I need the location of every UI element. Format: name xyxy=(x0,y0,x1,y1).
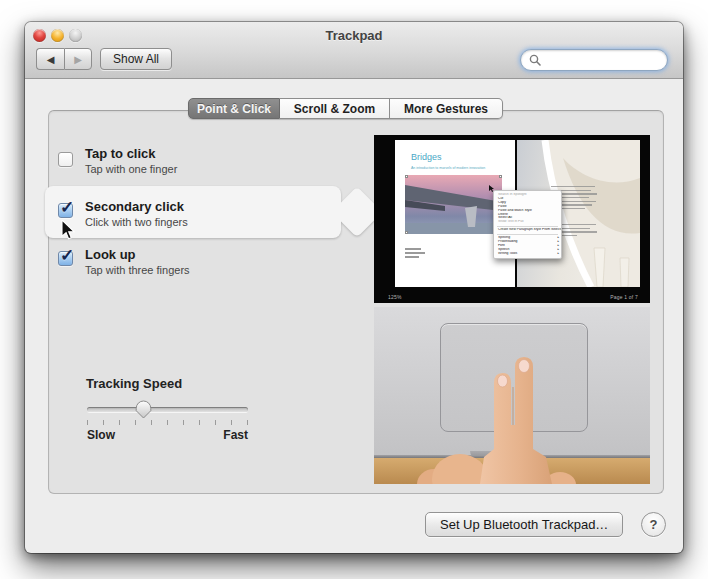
history-nav: ◀ ▶ xyxy=(36,48,92,70)
context-menu-item: Create New Paragraph Style From Selectio… xyxy=(494,228,561,232)
checkbox-tap-to-click[interactable]: ✓ xyxy=(58,152,73,167)
mouse-cursor-icon xyxy=(61,220,76,241)
fast-label: Fast xyxy=(223,428,248,442)
checkmark-icon: ✓ xyxy=(60,245,74,266)
context-menu-item: Writing Tools▸ xyxy=(494,252,561,256)
demo-page-indicator: Page 1 of 7 xyxy=(610,294,638,300)
desc-look-up: Tap with three fingers xyxy=(85,264,190,276)
gesture-demo-video-trackpad xyxy=(374,307,650,484)
tab-bar: Point & Click Scroll & Zoom More Gesture… xyxy=(188,98,503,119)
label-tap-to-click: Tap to click xyxy=(85,146,156,161)
search-field[interactable] xyxy=(520,49,668,71)
desc-tap-to-click: Tap with one finger xyxy=(85,163,177,175)
demo-zoom-level: 125% xyxy=(388,294,402,300)
demo-context-menu: Search in SpotlightCutCopyPastePaste and… xyxy=(493,190,562,259)
tracking-speed-minmax: Slow Fast xyxy=(87,428,248,442)
screen: Trackpad ◀ ▶ Show All Point & Click Scro… xyxy=(0,0,708,579)
checkbox-look-up[interactable]: ✓ xyxy=(58,251,73,266)
two-finger-hand xyxy=(374,307,650,484)
checkbox-secondary-click[interactable]: ✓ xyxy=(58,203,73,218)
gesture-demo-video-screen: Bridges An introduction to marvels of mo… xyxy=(374,135,650,303)
demo-cursor-icon xyxy=(489,185,494,192)
submenu-arrow-icon: ▸ xyxy=(557,252,559,256)
slow-label: Slow xyxy=(87,428,115,442)
tab-more-gestures[interactable]: More Gestures xyxy=(390,98,503,119)
bridge-photo xyxy=(405,175,502,234)
help-button[interactable]: ? xyxy=(641,512,666,537)
context-menu-separator xyxy=(497,234,558,235)
desc-secondary-click: Click with two fingers xyxy=(85,216,188,228)
back-button[interactable]: ◀ xyxy=(36,48,64,70)
label-look-up: Look up xyxy=(85,247,136,262)
search-icon xyxy=(529,54,541,66)
checkmark-icon: ✓ xyxy=(60,197,74,218)
forward-button[interactable]: ▶ xyxy=(64,48,92,70)
demo-doc-subtitle: An introduction to marvels of modern inn… xyxy=(411,166,485,170)
label-secondary-click: Secondary click xyxy=(85,199,184,214)
photo-credit-lines xyxy=(405,248,425,260)
titlebar[interactable]: Trackpad ◀ ▶ Show All xyxy=(25,22,683,79)
setup-bluetooth-trackpad-button[interactable]: Set Up Bluetooth Trackpad… xyxy=(425,512,623,537)
tab-scroll-and-zoom[interactable]: Scroll & Zoom xyxy=(280,98,390,119)
tab-point-and-click[interactable]: Point & Click xyxy=(188,98,280,119)
search-input[interactable] xyxy=(546,52,660,68)
window-title: Trackpad xyxy=(25,28,683,43)
trackpad-preferences-window: Trackpad ◀ ▶ Show All Point & Click Scro… xyxy=(25,22,683,553)
tracking-speed-ticks xyxy=(87,420,248,425)
context-menu-item: Show Text in Full xyxy=(494,220,561,224)
tracking-speed-track[interactable] xyxy=(87,407,248,412)
show-all-button[interactable]: Show All xyxy=(100,48,172,70)
context-menu-separator xyxy=(497,226,558,227)
tracking-speed-label: Tracking Speed xyxy=(86,376,182,391)
tracking-speed-thumb[interactable] xyxy=(135,400,152,419)
demo-doc-title: Bridges xyxy=(411,152,442,162)
